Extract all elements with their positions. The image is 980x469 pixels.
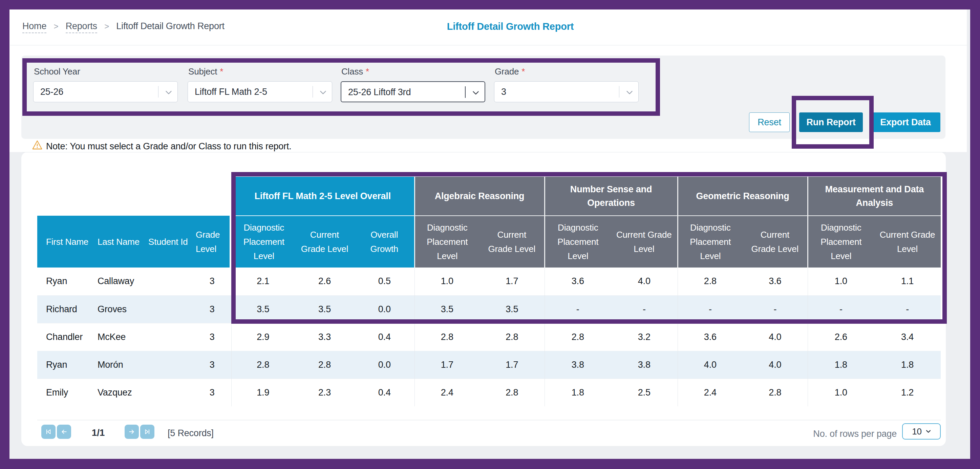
cell-first-name: Emily xyxy=(37,378,95,406)
table-row: RyanCallaway32.12.60.51.01.73.64.02.83.6… xyxy=(37,267,941,295)
cell-student-id xyxy=(146,267,193,295)
column-header: Current Grade Level xyxy=(743,216,808,267)
cell-value: 0.4 xyxy=(355,378,415,406)
cell-value: 3.6 xyxy=(743,267,808,295)
cell-value: 2.5 xyxy=(611,378,678,406)
cell-value: 2.8 xyxy=(479,323,544,351)
header-spacer xyxy=(37,177,231,216)
cell-value: - xyxy=(743,295,808,323)
school-year-value: 25-26 xyxy=(40,82,63,102)
cell-value: 2.4 xyxy=(678,378,743,406)
cell-value: 2.3 xyxy=(294,378,355,406)
cell-value: 2.1 xyxy=(231,267,294,295)
group-header: Geometric Reasoning xyxy=(678,177,808,216)
note-text: Note: You must select a Grade and/or Cla… xyxy=(46,141,291,152)
run-report-button[interactable]: Run Report xyxy=(799,113,863,132)
cell-value: 3.6 xyxy=(544,267,611,295)
group-header: Algebraic Reasoning xyxy=(415,177,544,216)
cell-grade-level: 3 xyxy=(193,267,231,295)
cell-value: 3.6 xyxy=(678,323,743,351)
cell-last-name: Groves xyxy=(95,295,146,323)
cell-last-name: Callaway xyxy=(95,267,146,295)
first-page-button[interactable] xyxy=(41,424,56,439)
next-page-button[interactable] xyxy=(125,424,139,439)
cell-value: 0.0 xyxy=(355,351,415,378)
cell-value: 3.2 xyxy=(611,323,678,351)
column-header: Student Id xyxy=(146,216,193,267)
cell-student-id xyxy=(146,295,193,323)
footer-divider xyxy=(37,420,941,420)
column-header: Current Grade Level xyxy=(294,216,355,267)
rows-per-page-label: No. of rows per page xyxy=(744,429,897,439)
cell-first-name: Richard xyxy=(37,295,95,323)
column-header: Diagnostic Placement Level xyxy=(544,216,611,267)
cell-last-name: Vazquez xyxy=(95,378,146,406)
cell-value: 1.7 xyxy=(415,351,479,378)
cell-value: 4.0 xyxy=(611,267,678,295)
cell-last-name: McKee xyxy=(95,323,146,351)
cell-student-id xyxy=(146,378,193,406)
cell-grade-level: 3 xyxy=(193,351,231,378)
cell-value: 3.4 xyxy=(874,323,941,351)
cell-value: 1.0 xyxy=(415,267,479,295)
cell-last-name: Morón xyxy=(95,351,146,378)
first-page-icon xyxy=(45,428,52,436)
chevron-down-icon xyxy=(320,90,326,96)
cell-value: - xyxy=(808,295,874,323)
cell-value: 0.5 xyxy=(355,267,415,295)
export-data-button[interactable]: Export Data xyxy=(870,113,940,132)
column-header: Grade Level xyxy=(193,216,231,267)
group-header: Measurement and Data Analysis xyxy=(808,177,941,216)
table-row: EmilyVazquez31.92.30.42.42.81.82.52.42.8… xyxy=(37,378,941,406)
chevron-down-icon xyxy=(473,91,479,97)
cell-value: 3.8 xyxy=(611,351,678,378)
subject-select[interactable]: Liftoff FL Math 2-5 xyxy=(188,81,332,102)
class-select[interactable]: 25-26 Liftoff 3rd xyxy=(340,81,485,102)
cell-value: 1.8 xyxy=(544,378,611,406)
column-header: First Name xyxy=(37,216,95,267)
column-header: Diagnostic Placement Level xyxy=(678,216,743,267)
select-divider xyxy=(619,86,619,97)
cell-value: 2.8 xyxy=(743,378,808,406)
cell-value: 3.8 xyxy=(544,351,611,378)
records-count: [5 Records] xyxy=(168,428,214,439)
table-row: RyanMorón32.82.80.01.71.73.83.84.04.01.8… xyxy=(37,351,941,378)
column-header: Diagnostic Placement Level xyxy=(415,216,479,267)
school-year-select[interactable]: 25-26 xyxy=(33,81,178,102)
grade-select[interactable]: 3 xyxy=(494,81,639,102)
note-divider xyxy=(22,152,946,153)
cell-value: 3.5 xyxy=(294,295,355,323)
column-header: Diagnostic Placement Level xyxy=(231,216,294,267)
required-asterisk: * xyxy=(220,66,223,76)
column-header: Last Name xyxy=(95,216,146,267)
cell-value: 2.8 xyxy=(415,323,479,351)
cell-value: 3.5 xyxy=(231,295,294,323)
screenshot-frame: Home > Reports > Liftoff Detail Growth R… xyxy=(0,0,980,469)
last-page-button[interactable] xyxy=(140,424,154,439)
required-asterisk: * xyxy=(522,66,525,76)
previous-page-button[interactable] xyxy=(57,424,71,439)
cell-value: 2.6 xyxy=(808,323,874,351)
column-header: Current Grade Level xyxy=(874,216,941,267)
school-year-label: School Year xyxy=(34,66,80,77)
cell-value: 4.0 xyxy=(743,323,808,351)
cell-value: 0.4 xyxy=(355,323,415,351)
rows-per-page-select[interactable]: 10 xyxy=(902,423,941,440)
cell-value: 1.9 xyxy=(231,378,294,406)
cell-value: 1.7 xyxy=(479,351,544,378)
cell-student-id xyxy=(146,323,193,351)
reset-button[interactable]: Reset xyxy=(749,113,790,132)
cell-value: 4.0 xyxy=(678,351,743,378)
chevron-down-icon xyxy=(165,90,172,96)
cell-value: 2.8 xyxy=(294,351,355,378)
cell-first-name: Ryan xyxy=(37,351,95,378)
cell-value: 2.9 xyxy=(231,323,294,351)
cell-value: 1.2 xyxy=(874,378,941,406)
cell-value: - xyxy=(678,295,743,323)
cell-grade-level: 3 xyxy=(193,378,231,406)
column-header-row: First NameLast NameStudent IdGrade Level… xyxy=(37,216,941,267)
group-header: Liftoff FL Math 2-5 Level Overall xyxy=(231,177,415,216)
next-page-icon xyxy=(128,428,135,436)
cell-grade-level: 3 xyxy=(193,295,231,323)
select-divider xyxy=(465,86,466,98)
